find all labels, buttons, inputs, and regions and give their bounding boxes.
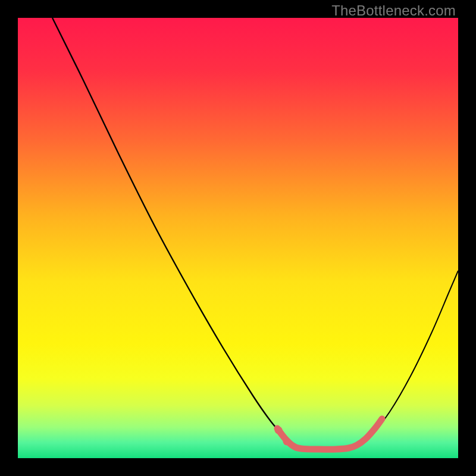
highlight-dot-1 xyxy=(283,438,291,446)
chart-background xyxy=(18,18,458,458)
highlight-dot-0 xyxy=(275,427,283,434)
bottleneck-chart xyxy=(18,18,458,458)
chart-frame xyxy=(18,18,458,458)
watermark-text: TheBottleneck.com xyxy=(331,2,456,19)
